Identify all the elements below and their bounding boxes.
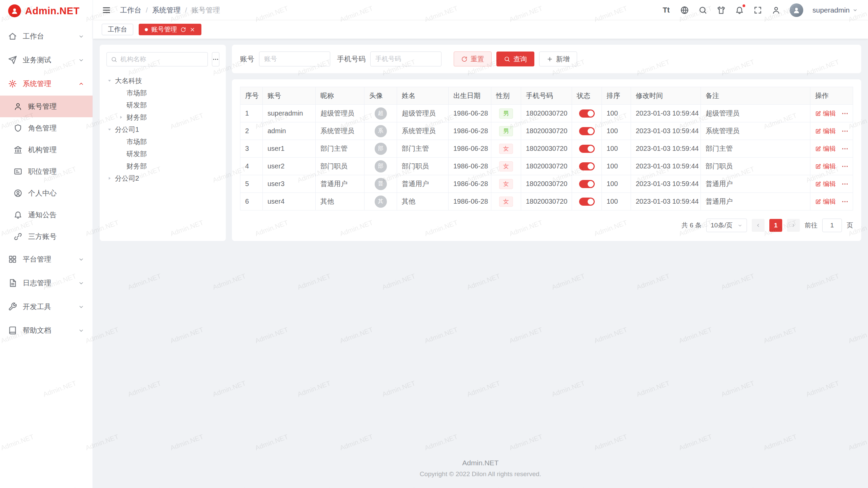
col-account: 账号 [263,87,316,105]
home-icon [8,32,17,41]
refresh-icon [461,56,468,62]
tab-workbench[interactable]: 工作台 [102,24,133,35]
close-tab-icon[interactable] [190,27,195,33]
tree-node[interactable]: 研发部 [106,99,219,111]
sidebar-item-org-management[interactable]: 机构管理 [0,139,93,161]
gender-tag: 男 [499,126,513,136]
status-toggle[interactable] [579,109,595,118]
more-actions-button[interactable] [841,198,849,205]
link-icon [14,232,22,241]
org-more-button[interactable] [212,52,219,66]
more-actions-button[interactable] [841,180,849,188]
tree-node[interactable]: 市场部 [106,87,219,99]
status-toggle[interactable] [579,198,595,206]
user-avatar: 部 [375,160,387,172]
sidebar-item-notice[interactable]: 通知公告 [0,204,93,226]
more-actions-button[interactable] [841,110,849,117]
edit-button[interactable]: 编辑 [815,127,836,136]
sidebar-item-platform-management[interactable]: 平台管理 [0,247,93,271]
fullscreen-icon[interactable] [753,5,762,15]
edit-button[interactable]: 编辑 [815,144,836,153]
tree-node[interactable]: 研发部 [106,148,219,160]
col-remark: 备注 [701,87,810,105]
status-toggle[interactable] [579,145,595,153]
theme-icon[interactable] [716,5,726,15]
col-order: 排序 [602,87,631,105]
caret-down-icon[interactable] [106,78,113,84]
tab-account-management[interactable]: 账号管理 [139,24,201,35]
edit-button[interactable]: 编辑 [815,109,836,118]
sidebar-item-workbench[interactable]: 工作台 [0,24,93,48]
user-menu[interactable]: superadmin [812,6,858,14]
edit-button[interactable]: 编辑 [815,180,836,188]
prev-page-button[interactable] [752,219,765,232]
sidebar-item-post-management[interactable]: 职位管理 [0,161,93,182]
next-page-button[interactable] [787,219,800,232]
user-guide-icon[interactable] [771,5,781,15]
menu-toggle-icon[interactable] [102,5,111,15]
plus-icon [547,56,553,62]
account-filter-input[interactable] [259,52,330,66]
breadcrumb: 工作台 / 系统管理 / 账号管理 [120,5,220,15]
account-table-card: 序号 账号 昵称 头像 姓名 出生日期 性别 手机号码 状态 排序 [232,79,861,241]
page-size-select[interactable]: 10条/页 [706,219,747,232]
tree-node[interactable]: 分公司2 [106,172,219,184]
breadcrumb-workbench[interactable]: 工作台 [120,5,141,15]
sidebar-item-log-management[interactable]: 日志管理 [0,271,93,295]
caret-right-icon[interactable] [118,114,124,120]
avatar[interactable] [790,3,803,17]
goto-page-input[interactable] [822,219,842,232]
refresh-tab-icon[interactable] [180,27,186,33]
phone-filter-input[interactable] [370,52,441,66]
user-avatar: 系 [375,125,387,137]
table-header-row: 序号 账号 昵称 头像 姓名 出生日期 性别 手机号码 状态 排序 [240,87,853,105]
tree-node[interactable]: 分公司1 [106,123,219,136]
caret-down-icon[interactable] [106,126,113,133]
page-number-1[interactable]: 1 [769,219,782,232]
more-actions-button[interactable] [841,163,849,170]
chevron-down-icon [852,7,858,13]
search-icon[interactable] [698,5,707,15]
table-row: 4 user2 部门职员 部 部门职员 1986-06-28 女 1802003… [240,158,853,175]
account-table: 序号 账号 昵称 头像 姓名 出生日期 性别 手机号码 状态 排序 [240,87,853,210]
sidebar-item-personal-center[interactable]: 个人中心 [0,182,93,204]
account-panel: 账号 手机号码 重置 查询 [232,45,861,241]
logo[interactable]: Admin.NET [0,0,93,22]
sidebar-item-dev-tools[interactable]: 开发工具 [0,295,93,319]
profile-icon [14,189,22,198]
org-search-input[interactable] [120,56,203,63]
more-actions-button[interactable] [841,145,849,152]
breadcrumb-system[interactable]: 系统管理 [152,5,181,15]
sidebar-item-help-docs[interactable]: 帮助文档 [0,319,93,342]
footer-app-name: Admin.NET [100,459,861,467]
reset-button[interactable]: 重置 [454,52,492,66]
sidebar-item-account-management[interactable]: 账号管理 [0,96,93,117]
language-icon[interactable] [680,5,689,15]
notification-bell-icon[interactable] [735,5,744,15]
system-management-submenu: 账号管理 角色管理 机构管理 职位管理 个人中心 [0,96,93,247]
caret-right-icon[interactable] [106,175,113,181]
font-size-icon[interactable]: Tt [662,5,671,15]
edit-button[interactable]: 编辑 [815,162,836,171]
status-toggle[interactable] [579,127,595,135]
add-button[interactable]: 新增 [539,52,577,66]
col-name: 姓名 [397,87,449,105]
status-toggle[interactable] [579,162,595,170]
tree-node[interactable]: 大名科技 [106,75,219,87]
sidebar-item-third-party-account[interactable]: 三方账号 [0,226,93,247]
notification-badge [742,4,746,8]
sidebar-item-business-test[interactable]: 业务测试 [0,48,93,72]
tree-node[interactable]: 财务部 [106,160,219,172]
tree-node[interactable]: 财务部 [106,111,219,123]
more-actions-button[interactable] [841,127,849,135]
status-toggle[interactable] [579,180,595,188]
table-row: 3 user1 部门主管 部 部门主管 1986-06-28 女 1802003… [240,140,853,158]
gender-tag: 女 [499,197,513,207]
edit-pen-icon [815,128,821,134]
sidebar-item-role-management[interactable]: 角色管理 [0,117,93,139]
edit-button[interactable]: 编辑 [815,197,836,206]
query-button[interactable]: 查询 [496,52,534,66]
tree-node[interactable]: 市场部 [106,136,219,148]
breadcrumb-account: 账号管理 [192,5,220,15]
sidebar-item-system-management[interactable]: 系统管理 [0,72,93,96]
